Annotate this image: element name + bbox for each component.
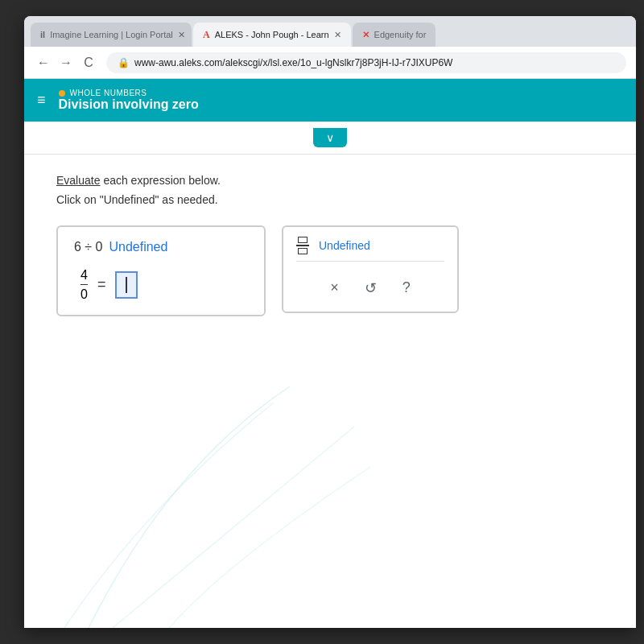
help-button[interactable]: ? (398, 275, 415, 301)
instruction-1: Evaluate Evaluate each expression below.… (56, 174, 604, 187)
fraction-numerator: 4 (80, 267, 88, 283)
tab-aleks[interactable]: A ALEKS - John Pough - Learn ✕ (193, 23, 351, 47)
tab-close-2[interactable]: ✕ (334, 30, 341, 40)
header-info: WHOLE NUMBERS Division involving zero (59, 89, 199, 112)
tab-edgenuity[interactable]: ✕ Edgenuity for (353, 23, 436, 47)
fraction-denominator: 0 (80, 287, 88, 302)
main-content: Evaluate Evaluate each expression below.… (24, 155, 636, 336)
keypad-top: Undefined (296, 237, 444, 262)
tab-icon-aleks: A (203, 29, 210, 41)
content-area: ≡ WHOLE NUMBERS Division involving zero … (24, 79, 636, 628)
forward-button[interactable]: → (56, 53, 76, 72)
division-row: 6 ÷ 0 Undefined (74, 240, 248, 254)
equals-sign: = (97, 276, 106, 293)
expression-1: 6 ÷ 0 (74, 240, 102, 254)
problem-box: 6 ÷ 0 Undefined 4 0 = (56, 225, 266, 316)
frac-bottom-box (298, 248, 308, 254)
text-cursor (126, 277, 127, 293)
tab-bar: il Imagine Learning | Login Portal ✕ A A… (24, 16, 636, 47)
menu-icon[interactable]: ≡ (37, 92, 46, 109)
answer-input-box[interactable] (115, 271, 138, 299)
problem-section: 6 ÷ 0 Undefined 4 0 = (56, 225, 604, 316)
aleks-header: ≡ WHOLE NUMBERS Division involving zero (24, 79, 636, 122)
tab-icon-il: il (40, 30, 45, 39)
refresh-button[interactable]: C (79, 53, 98, 72)
back-button[interactable]: ← (34, 53, 53, 72)
instruction-2: Click on "Undefined" as needed. (56, 193, 604, 206)
url-text: www-awu.aleks.com/alekscgi/x/lsl.exe/1o_… (134, 57, 452, 68)
fraction-line (80, 284, 88, 285)
tab-label-3: Edgenuity for (374, 30, 427, 39)
tab-label-1: Imagine Learning | Login Portal (50, 30, 173, 39)
expand-button[interactable]: ∨ (313, 128, 347, 147)
undefined-button[interactable]: Undefined (319, 239, 370, 252)
lock-icon: 🔒 (118, 57, 130, 68)
nav-buttons: ← → C (34, 53, 98, 72)
tab-close-1[interactable]: ✕ (178, 30, 185, 40)
browser-window: il Imagine Learning | Login Portal ✕ A A… (24, 16, 636, 628)
tab-label-2: ALEKS - John Pough - Learn (215, 30, 329, 39)
expand-section: ∨ (24, 122, 636, 155)
keypad-bottom: × ↺ ? (296, 271, 444, 302)
frac-top-box (298, 237, 308, 243)
fraction-display: 4 0 (80, 267, 88, 302)
answer-1: Undefined (109, 240, 167, 254)
address-bar: ← → C 🔒 www-awu.aleks.com/alekscgi/x/lsl… (24, 47, 636, 79)
url-bar[interactable]: 🔒 www-awu.aleks.com/alekscgi/x/lsl.exe/1… (106, 52, 626, 73)
keypad-box: Undefined × ↺ ? (282, 225, 459, 313)
fraction-row: 4 0 = (74, 267, 248, 302)
undo-button[interactable]: ↺ (360, 275, 382, 302)
tab-icon-edgenuity: ✕ (362, 30, 369, 40)
clear-button[interactable]: × (325, 275, 344, 301)
topic-title: Division involving zero (59, 97, 199, 112)
frac-divider (296, 245, 309, 246)
evaluate-word: Evaluate (56, 174, 100, 187)
tab-imagine-learning[interactable]: il Imagine Learning | Login Portal ✕ (31, 23, 192, 47)
fraction-icon[interactable] (296, 237, 309, 254)
topic-dot (59, 90, 65, 97)
topic-label: WHOLE NUMBERS (59, 89, 199, 97)
decorative-curves (48, 306, 370, 628)
